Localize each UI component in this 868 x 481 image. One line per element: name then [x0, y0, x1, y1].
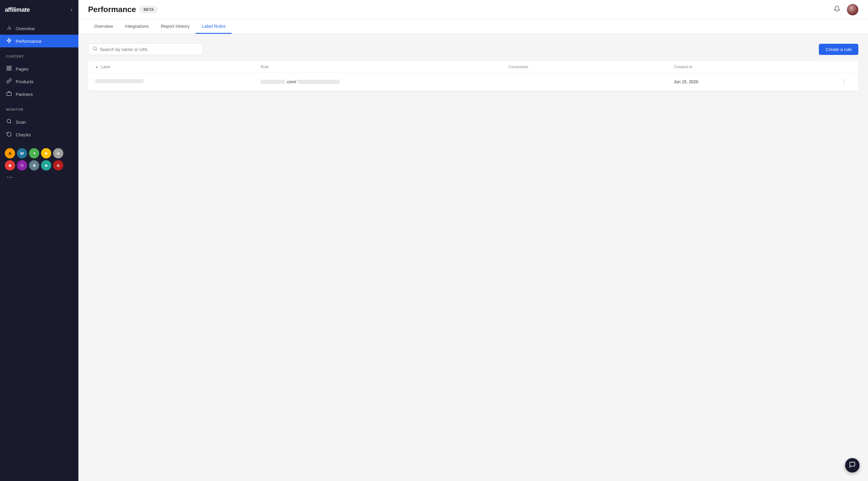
performance-icon [6, 38, 12, 44]
partners-icon [6, 91, 12, 97]
rules-table: ▲ Label Rule Constraints Created At .com… [88, 61, 858, 91]
app-logo: affilimate [5, 6, 30, 13]
chat-icon [849, 461, 856, 470]
row-date-cell: Jun 15, 2020 [674, 79, 839, 84]
sidebar-collapse-button[interactable]: ‹ [69, 5, 73, 14]
topbar-right [832, 4, 858, 16]
sidebar-item-performance[interactable]: Performance [0, 35, 79, 48]
rule-suffix-skeleton [298, 80, 340, 84]
search-icon [93, 46, 97, 52]
col-header-actions [839, 65, 851, 69]
svg-rect-5 [10, 66, 11, 68]
partner-star-icon[interactable]: ★ [41, 148, 51, 158]
partner-icons-row: A W ✦ ★ ◎ ◉ ⬡ ⊘ ◈ ◎ ··· [0, 143, 79, 185]
partners-label: Partners [16, 92, 33, 97]
monitor-section-label: MONITOR [0, 103, 79, 113]
partner-slash-icon[interactable]: ⊘ [29, 160, 39, 171]
page-title: Performance [88, 5, 136, 14]
tab-report-history[interactable]: Report History [155, 19, 196, 34]
sidebar: affilimate ‹ Overview Performance CONTEN… [0, 0, 79, 481]
label-skeleton [95, 79, 144, 83]
products-icon [6, 78, 12, 85]
search-wrapper [88, 43, 203, 55]
partner-green-icon[interactable]: ✦ [29, 148, 39, 158]
checks-label: Checks [16, 132, 31, 137]
row-actions-cell: ⋮ [839, 77, 851, 86]
partner-teal-icon[interactable]: ◈ [41, 160, 51, 171]
scan-icon [6, 119, 12, 125]
partner-red-icon[interactable]: ◉ [5, 160, 15, 171]
svg-marker-3 [7, 38, 11, 43]
search-input[interactable] [100, 47, 198, 52]
scan-label: Scan [16, 120, 26, 125]
tab-integrations[interactable]: Integrations [119, 19, 155, 34]
overview-icon [6, 25, 12, 32]
sort-up-icon: ▲ [95, 65, 98, 68]
toolbar-row: Create a rule [88, 43, 858, 55]
sidebar-item-products[interactable]: Products [0, 75, 79, 88]
svg-point-9 [7, 119, 10, 123]
svg-rect-7 [10, 69, 11, 70]
performance-label: Performance [16, 39, 42, 44]
content-area: Create a rule ▲ Label Rule Constraints C… [79, 34, 868, 481]
partner-wordpress-icon[interactable]: W [17, 148, 27, 158]
topbar-title-area: Performance BETA [88, 5, 158, 14]
sidebar-main-nav: Overview Performance [0, 20, 79, 50]
table-row: .com/ Jun 15, 2020 ⋮ [88, 73, 858, 91]
notification-bell-button[interactable] [832, 4, 842, 16]
svg-point-10 [93, 47, 96, 50]
main-content: Performance BETA Overview Integrations R… [79, 0, 868, 481]
avatar[interactable] [847, 4, 858, 16]
sidebar-item-overview[interactable]: Overview [0, 22, 79, 35]
partner-amazon-icon[interactable]: A [5, 148, 15, 158]
partner-more-icon[interactable]: ··· [5, 172, 15, 183]
sidebar-item-checks[interactable]: Checks [0, 128, 79, 141]
col-header-rule: Rule [260, 65, 508, 69]
sidebar-header: affilimate ‹ [0, 0, 79, 20]
col-header-label[interactable]: ▲ Label [95, 65, 260, 69]
row-rule-cell: .com/ [260, 79, 508, 84]
tab-label-rules[interactable]: Label Rules [196, 19, 231, 34]
beta-badge: BETA [140, 6, 158, 13]
sidebar-item-partners[interactable]: Partners [0, 88, 79, 100]
rule-domain-text: .com/ [286, 79, 296, 84]
partner-darkred-icon[interactable]: ◎ [53, 160, 63, 171]
sidebar-content-nav: Pages Products Partners [0, 60, 79, 103]
chat-widget[interactable] [845, 458, 860, 473]
create-rule-button[interactable]: Create a rule [819, 44, 858, 55]
svg-rect-4 [7, 66, 8, 68]
partner-gray-icon[interactable]: ◎ [53, 148, 63, 158]
rule-prefix-skeleton [260, 80, 285, 84]
sidebar-item-pages[interactable]: Pages [0, 62, 79, 75]
tab-overview[interactable]: Overview [88, 19, 119, 34]
tabs-bar: Overview Integrations Report History Lab… [79, 19, 868, 34]
topbar: Performance BETA [79, 0, 868, 19]
row-more-button[interactable]: ⋮ [839, 77, 849, 86]
pages-icon [6, 65, 12, 72]
col-header-constraints: Constraints [508, 65, 674, 69]
checks-icon [6, 131, 12, 138]
avatar-image [847, 4, 858, 16]
table-header: ▲ Label Rule Constraints Created At [88, 61, 858, 73]
row-label-cell [95, 79, 260, 85]
sidebar-monitor-nav: Scan Checks [0, 113, 79, 143]
products-label: Products [16, 79, 33, 84]
pages-label: Pages [16, 66, 29, 71]
overview-label: Overview [16, 26, 35, 31]
sidebar-item-scan[interactable]: Scan [0, 116, 79, 128]
content-section-label: CONTENT [0, 50, 79, 60]
col-header-created-at: Created At [674, 65, 839, 69]
partner-purple-icon[interactable]: ⬡ [17, 160, 27, 171]
svg-rect-6 [7, 69, 8, 70]
svg-rect-8 [7, 92, 11, 96]
